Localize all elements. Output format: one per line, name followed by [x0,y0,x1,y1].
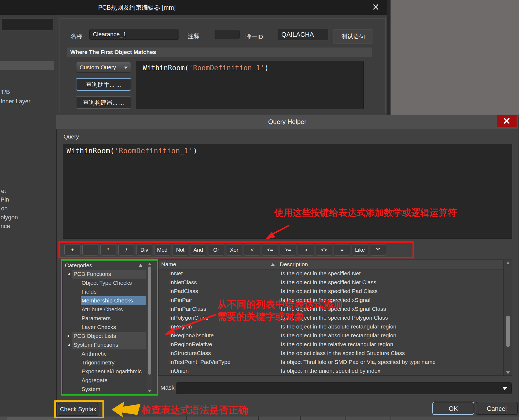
sidebar-item-net[interactable]: et [1,188,6,195]
table-row[interactable]: InUnionIs object in the union, specified… [159,367,503,375]
desktop-background [391,0,519,115]
table-row[interactable]: InRegionAbsoluteIs the object in the abs… [159,331,503,340]
sidebar-top-button[interactable] [1,18,54,31]
scope-dropdown-value: Custom Query [80,64,116,71]
table-scrollbar[interactable] [504,260,512,376]
op-eq-button[interactable]: = [334,244,350,255]
section-header: Where The First Object Matches [70,49,156,55]
query-preview-box[interactable]: WithinRoom('RoomDefinition_1') [136,61,364,109]
dialog-close-button[interactable] [497,115,517,127]
window-edge [387,0,391,115]
cancel-button[interactable]: Cancel [476,402,518,415]
scope-dropdown[interactable]: Custom Query [76,62,131,73]
comment-label: 注释 [188,32,200,40]
annotation-syntax-note: 检查表达式语法是否正确 [142,404,248,417]
table-row[interactable]: InPadClassIs the object in the specified… [159,287,503,296]
op-lt-button[interactable]: < [244,244,260,255]
ok-button[interactable]: OK [432,402,474,415]
query-builder-button[interactable]: 查询构建器... ... [76,96,131,109]
test-queries-button[interactable]: 测试语句 [333,30,373,43]
sidebar-divider [0,34,54,34]
editor-titlebar: PCB规则及约束编辑器 [mm] [0,0,387,15]
chevron-down-icon [124,66,128,69]
op-multiply-button[interactable]: * [100,244,116,255]
query-string-arg: 'RoomDefinition_1' [115,147,193,155]
table-header-row: Name Description [159,260,503,269]
op-or-button[interactable]: Or [208,244,224,255]
query-prefix: WithinRoom( [67,147,115,155]
table-row[interactable]: InNetIs the object in the specified Net [159,269,503,278]
sort-ascending-icon [271,262,275,266]
table-row[interactable]: InRegionRelativeIs the object in the rel… [159,340,503,349]
scroll-up-icon[interactable] [506,261,510,265]
table-scrollbar-thumb[interactable] [506,316,510,347]
dialog-title: Query Helper [56,118,518,126]
categories-highlight-box [61,259,158,396]
op-divide-button[interactable]: / [118,244,134,255]
query-helper-button[interactable]: 查询助手... ... [76,78,131,91]
op-gt-button[interactable]: > [298,244,314,255]
op-and-button[interactable]: And [190,244,206,255]
op-div-button[interactable]: Div [136,244,152,255]
op-like-button[interactable]: Like [352,244,368,255]
unique-id-label: 唯一ID [245,33,263,41]
comment-input[interactable] [215,30,240,39]
op-lte-button[interactable]: <= [262,244,278,255]
query-prefix: WithinRoom( [143,64,189,72]
sidebar-item-tb[interactable]: T/B [1,89,10,96]
mask-dropdown[interactable] [176,382,512,394]
query-suffix: ) [193,147,197,155]
sidebar-border [54,34,54,417]
name-column-header[interactable]: Name [161,261,176,268]
op-wildcard-button[interactable]: '*' [370,244,386,255]
op-plus-button[interactable]: + [64,244,80,255]
section-header-band: Where The First Object Matches [67,48,372,57]
name-label: 名称 [71,32,82,40]
op-xor-button[interactable]: Xor [226,244,242,255]
sidebar-item-polygon[interactable]: olygon [1,214,18,221]
sidebar-selected-row[interactable] [0,61,54,70]
query-label: Query [64,133,79,140]
op-not-button[interactable]: Not [172,244,188,255]
query-string-arg: 'RoomDefinition_1' [189,64,264,72]
functions-table: Name Description InNetIs the object in t… [158,260,504,376]
table-row[interactable]: InStructureClassIs the object class in t… [159,349,503,358]
query-suffix: ) [264,64,269,72]
annotation-list-note-line1: 从不同的列表中给表达式添加 [217,298,343,311]
op-neq-button[interactable]: <> [316,244,332,255]
scroll-down-icon[interactable] [506,371,510,374]
column-divider[interactable] [277,260,277,269]
table-row[interactable]: InNetClassIs the object in the specified… [159,278,503,287]
editor-close-icon[interactable] [372,3,379,11]
description-column-header[interactable]: Description [280,261,308,268]
table-row[interactable]: InPolygonClassIs the object in the speci… [159,313,503,322]
rule-name-input[interactable]: Clearance_1 [89,29,179,40]
annotation-operators-note: 使用这些按键给表达式添加数学或逻辑运算符 [274,207,457,219]
sidebar-item-region[interactable]: on [1,205,8,212]
table-row[interactable]: InRegionIs the object in the absolute re… [159,322,503,331]
mask-label: Mask [160,384,175,391]
op-minus-button[interactable]: - [82,244,98,255]
chevron-down-icon [502,387,507,390]
table-row[interactable]: InTestPoint_PadViaTypeIs object ThruHole… [159,358,503,367]
unique-id-input[interactable]: QAILACHA [278,29,328,40]
sidebar-item-pin[interactable]: Pin [1,196,9,203]
dialog-titlebar: Query Helper [56,115,518,129]
op-mod-button[interactable]: Mod [154,244,170,255]
sidebar-item-inner-layer[interactable]: Inner Layer [1,98,30,105]
op-gte-button[interactable]: >= [280,244,296,255]
annotation-list-note-line2: 需要的关键字或对象 [217,310,304,323]
editor-title: PCB规则及约束编辑器 [mm] [98,3,176,12]
sidebar-item-clearance[interactable]: nce [1,223,10,230]
check-syntax-button[interactable]: Check Syntax [58,403,98,416]
query-edit-area[interactable]: WithinRoom('RoomDefinition_1') [63,144,512,239]
